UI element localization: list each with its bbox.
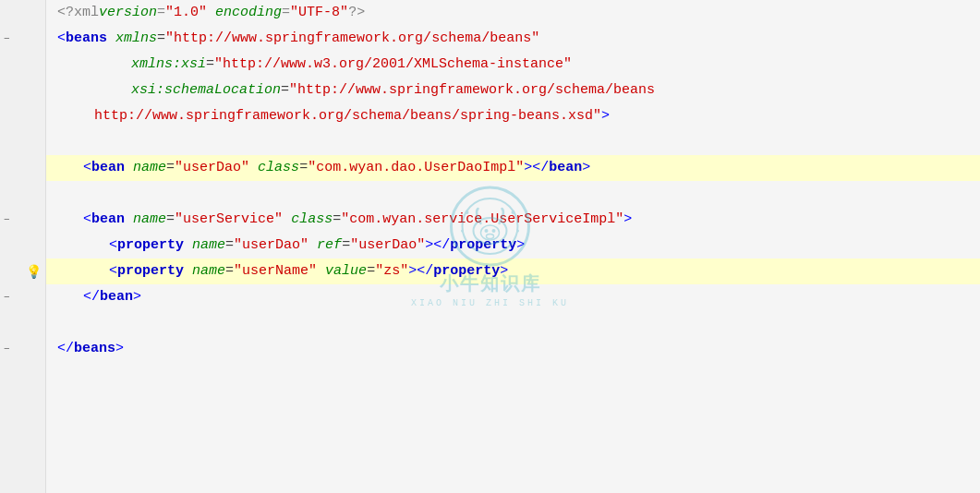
bean1-name-attr: name: [133, 155, 166, 181]
code-line-11: < property name = "userName" value = "zs…: [46, 259, 980, 284]
gutter-line-2: −: [0, 26, 45, 52]
prop2-open: <: [109, 259, 117, 284]
bean2-open: <: [83, 207, 91, 233]
prop2-name-val: "userName": [234, 259, 317, 284]
beans-end-open: </: [57, 336, 74, 362]
code-line-12: </ bean >: [46, 284, 980, 310]
lightbulb-icon-11: 💡: [26, 264, 42, 280]
sp7: [184, 259, 192, 284]
sp3: [125, 207, 133, 233]
code-line-9: < bean name = "userService" class = "com…: [46, 207, 980, 233]
prop2-value-attr: value: [325, 259, 367, 284]
fold-icon-14[interactable]: −: [4, 343, 10, 355]
beans-space: [107, 26, 115, 52]
eq2: =: [206, 52, 214, 78]
gutter-line-3: [0, 52, 45, 78]
code-line-14: </ beans >: [46, 336, 980, 362]
pi-eq2: =: [282, 0, 290, 26]
pi-eq1: =: [157, 0, 165, 26]
gutter-line-4: [0, 78, 45, 103]
bean1-open: <: [83, 155, 91, 181]
fold-icon-12[interactable]: −: [4, 292, 10, 303]
code-line-3: xmlns:xsi = "http://www.w3.org/2001/XMLS…: [46, 52, 980, 78]
attr-encoding-val: "UTF-8": [290, 0, 348, 26]
bean1-end-close: >: [582, 155, 590, 181]
xmlns-xsi-val: "http://www.w3.org/2001/XMLSchema-instan…: [214, 52, 572, 78]
code-line-2: < beans xmlns = "http://www.springframew…: [46, 26, 980, 52]
eq6: =: [166, 207, 175, 233]
bean2-class-attr: class: [291, 207, 333, 233]
gutter-line-7: [0, 155, 45, 181]
prop1-end-tag: property: [450, 233, 516, 259]
xml-editor: − − 💡 − −: [0, 0, 980, 493]
sp8: [317, 259, 325, 284]
code-line-4: xsi:schemaLocation = "http://www.springf…: [46, 78, 980, 103]
prop2-value-val: "zs": [375, 259, 408, 284]
bean1-end-open: </: [532, 155, 549, 181]
attr-encoding: encoding: [215, 0, 282, 26]
prop1-ref-attr: ref: [317, 233, 342, 259]
line-gutter: − − 💡 − −: [0, 0, 46, 493]
prop2-tag: property: [117, 259, 184, 284]
sp2: [249, 155, 258, 181]
attr-version: version: [99, 0, 157, 26]
bean1-end-tag: bean: [549, 155, 582, 181]
gutter-line-11: 💡: [0, 259, 45, 284]
prop1-end-close: >: [516, 233, 525, 259]
prop1-open: <: [109, 233, 117, 259]
prop1-ref-val: "userDao": [350, 233, 425, 259]
eq1: =: [157, 26, 165, 52]
gutter-line-8: [0, 181, 45, 207]
bean2-name-val: "userService": [175, 207, 283, 233]
fold-icon-2[interactable]: −: [4, 33, 10, 44]
bean2-end-open: </: [83, 284, 100, 310]
sp6: [309, 233, 317, 259]
prop2-end-close: >: [500, 259, 508, 284]
fold-icon-9[interactable]: −: [4, 214, 10, 225]
bean1-class-attr: class: [258, 155, 299, 181]
code-line-7: < bean name = "userDao" class = "com.wya…: [46, 155, 980, 181]
bean1-close-open: >: [524, 155, 532, 181]
eq3: =: [281, 78, 289, 103]
gutter-line-14: −: [0, 336, 45, 362]
bean2-class-val: "com.wyan.service.UserServiceImpl": [341, 207, 623, 233]
xsi-schema-attr: xsi:schemaLocation: [131, 78, 281, 103]
prop1-name-val: "userDao": [234, 233, 309, 259]
bean1-tag: bean: [91, 155, 125, 181]
beans-close-angle: >: [601, 103, 610, 129]
prop2-name-attr: name: [192, 259, 225, 284]
code-line-13: [46, 310, 980, 336]
xsi-schema-val: "http://www.springframework.org/schema/b…: [289, 78, 655, 103]
bean2-end-tag: bean: [100, 284, 133, 310]
beans-end-tag: beans: [74, 336, 115, 362]
bean2-close-angle: >: [623, 207, 632, 233]
code-line-1: <?xml version = "1.0" encoding = "UTF-8"…: [46, 0, 980, 26]
eq10: =: [225, 259, 234, 284]
attr-version-val: "1.0": [165, 0, 207, 26]
eq5: =: [299, 155, 308, 181]
pi-close: ?>: [348, 0, 365, 26]
gutter-line-1: [0, 0, 45, 26]
bean1-class-val: "com.wyan.dao.UserDaoImpl": [308, 155, 524, 181]
prop1-name-attr: name: [192, 233, 225, 259]
sp5: [184, 233, 192, 259]
sp1: [125, 155, 133, 181]
xmlns-val: "http://www.springframework.org/schema/b…: [165, 26, 539, 52]
xmlns-attr: xmlns: [115, 26, 157, 52]
bean2-name-attr: name: [133, 207, 166, 233]
code-line-8: [46, 181, 980, 207]
gutter-line-10: [0, 233, 45, 259]
eq8: =: [225, 233, 234, 259]
code-content[interactable]: <?xml version = "1.0" encoding = "UTF-8"…: [46, 0, 980, 493]
schema-loc-continued: http://www.springframework.org/schema/be…: [94, 103, 601, 129]
bean1-name-val: "userDao": [175, 155, 249, 181]
prop2-close-open: ></: [408, 259, 433, 284]
prop1-tag: property: [117, 233, 184, 259]
beans-open-bracket: <: [57, 26, 66, 52]
eq7: =: [333, 207, 341, 233]
code-line-6: [46, 129, 980, 155]
code-line-5: http://www.springframework.org/schema/be…: [46, 103, 980, 129]
bean2-end-close: >: [133, 284, 141, 310]
eq11: =: [367, 259, 375, 284]
beans-tag: beans: [66, 26, 107, 52]
